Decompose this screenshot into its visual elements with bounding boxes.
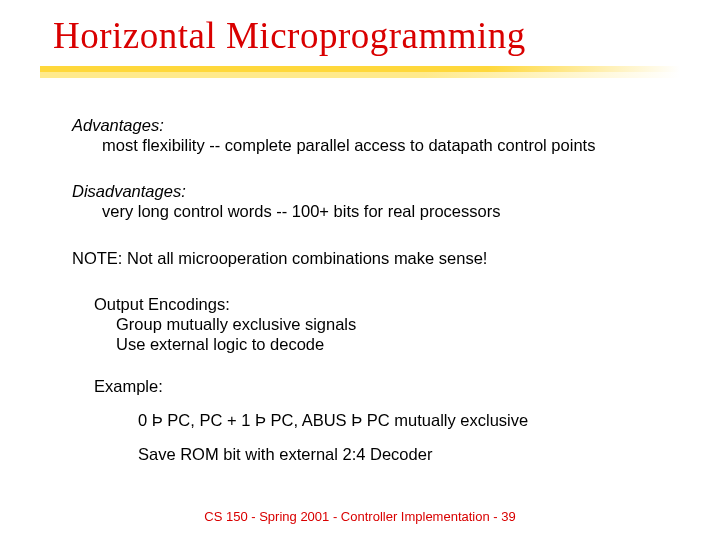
slide-body: Advantages: most flexibility -- complete…	[72, 115, 680, 464]
encodings-section: Output Encodings: Group mutually exclusi…	[72, 294, 680, 354]
note-line: NOTE: Not all microoperation combination…	[72, 248, 680, 268]
example-line1: 0 Þ PC, PC + 1 Þ PC, ABUS Þ PC mutually …	[94, 410, 680, 430]
advantages-line: most flexibility -- complete parallel ac…	[72, 135, 680, 155]
encodings-line1: Group mutually exclusive signals	[94, 314, 680, 334]
slide: Horizontal Microprogramming Advantages: …	[0, 0, 720, 540]
underline-bottom	[40, 72, 680, 78]
example-label: Example:	[94, 376, 680, 396]
encodings-line2: Use external logic to decode	[94, 334, 680, 354]
advantages-label: Advantages:	[72, 115, 680, 135]
disadvantages-label: Disadvantages:	[72, 181, 680, 201]
example-line2: Save ROM bit with external 2:4 Decoder	[94, 444, 680, 464]
disadvantages-section: Disadvantages: very long control words -…	[72, 181, 680, 221]
slide-footer: CS 150 - Spring 2001 - Controller Implem…	[0, 509, 720, 524]
slide-title: Horizontal Microprogramming	[53, 14, 526, 57]
example-section: Example: 0 Þ PC, PC + 1 Þ PC, ABUS Þ PC …	[72, 376, 680, 464]
title-underline	[40, 66, 680, 84]
advantages-section: Advantages: most flexibility -- complete…	[72, 115, 680, 155]
encodings-label: Output Encodings:	[94, 294, 680, 314]
disadvantages-line: very long control words -- 100+ bits for…	[72, 201, 680, 221]
